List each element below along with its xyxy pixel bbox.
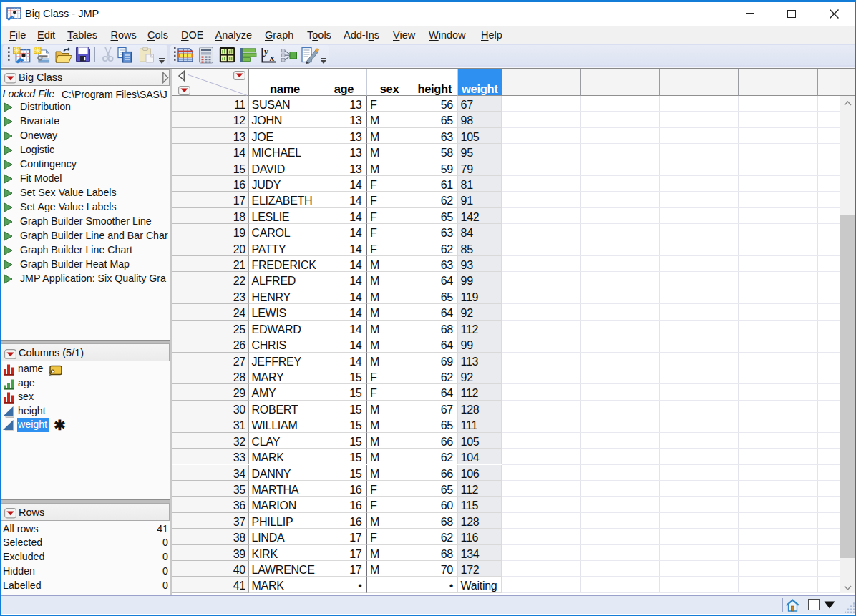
svg-text:x: x <box>269 52 275 63</box>
svg-text:y: y <box>263 47 268 57</box>
